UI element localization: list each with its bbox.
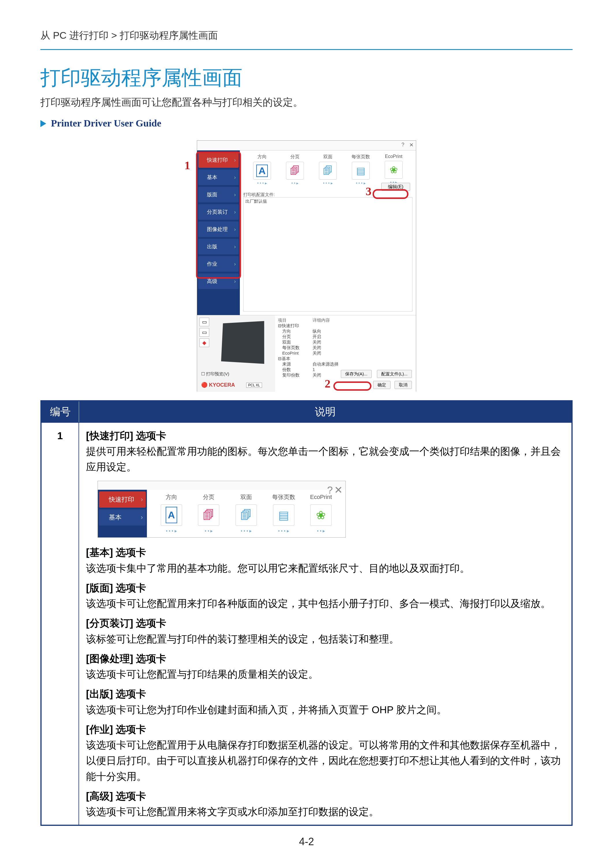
chevron-right-icon: › <box>234 226 236 232</box>
sidebar-item-advanced[interactable]: 高级› <box>198 273 239 289</box>
sidebar-item-layout[interactable]: 版面› <box>198 187 239 202</box>
tab-publishing-title: [出版] 选项卡 <box>86 688 146 699</box>
tab-finishing-body: 该标签可让您配置与打印件的装订整理相关的设定，包括装订和整理。 <box>86 631 565 647</box>
printer-image <box>221 321 264 364</box>
tab-job-body: 该选项卡可让您配置用于从电脑保存打印数据至机器的设定。可以将常用的文件和其他数据… <box>86 737 565 784</box>
icon-duplex[interactable]: 双面🗐• • • ▸ <box>317 154 339 185</box>
tab-finishing-title: [分页装订] 选项卡 <box>86 617 166 629</box>
button-row: ☐ 打印预览(V) 保存为(A)... 配置文件(L)... <box>197 369 416 379</box>
row-number: 1 <box>42 422 79 825</box>
page-title: 打印驱动程序属性画面 <box>40 64 573 91</box>
close-icon[interactable]: ✕ <box>334 482 342 498</box>
icon-orientation[interactable]: 方向A• • • ▸ <box>156 493 187 535</box>
divider <box>40 49 573 50</box>
sidebar-item-job[interactable]: 作业› <box>198 256 239 272</box>
tab-quickprint-body: 提供可用来轻松配置常用功能的图标。每次您单击一个图标，它就会变成一个类似打印结果… <box>86 443 565 475</box>
sidebar-item-finishing[interactable]: 分页装订› <box>198 204 239 220</box>
sidebar-item-publishing[interactable]: 出版› <box>198 239 239 254</box>
preview-page-icon[interactable]: ▭ <box>200 318 209 326</box>
tab-layout-title: [版面] 选项卡 <box>86 582 146 594</box>
chevron-right-icon: › <box>234 174 236 180</box>
tab-basic-body: 该选项卡集中了常用的基本功能。您可以用它来配置纸张尺寸、目的地以及双面打印。 <box>86 561 565 576</box>
tab-job-title: [作业] 选项卡 <box>86 724 146 735</box>
callout-2: 2 <box>325 377 330 391</box>
preview-checkbox[interactable]: ☐ 打印预览(V) <box>201 371 229 377</box>
screenshot-container: ? ✕ 快速打印› 基本› 版面› 分页装订› 图像处理› 出版› 作业› 高级… <box>40 140 573 392</box>
tab-publishing-body: 该选项卡可让您为打印作业创建封面和插入页，并将插入页置于 OHP 胶片之间。 <box>86 702 565 718</box>
config-label: 打印机配置文件: <box>243 192 275 197</box>
description-table: 编号 说明 1 [快速打印] 选项卡 提供可用来轻松配置常用功能的图标。每次您单… <box>40 400 573 826</box>
preview-page2-icon[interactable]: ▭ <box>200 328 209 337</box>
icon-duplex[interactable]: 双面🗐• • • ▸ <box>230 493 262 535</box>
th-number: 编号 <box>42 401 79 422</box>
icon-ecoprint[interactable]: EcoPrint❀• • ▸ <box>305 493 337 535</box>
profiles-button[interactable]: 配置文件(L)... <box>377 370 412 378</box>
tab-imaging-body: 该选项卡可让您配置与打印结果的质量相关的设定。 <box>86 666 565 682</box>
guide-link[interactable]: Printer Driver User Guide <box>51 118 161 129</box>
main-pane: 方向A• • • ▸ 分页🗐• • ▸ 双面🗐• • • ▸ 每张页数▤• • … <box>240 150 416 315</box>
icon-collate[interactable]: 分页🗐• • ▸ <box>193 493 224 535</box>
close-icon[interactable]: ✕ <box>409 142 413 148</box>
help-icon[interactable]: ? <box>401 142 404 148</box>
quickprint-inset-screenshot: ?✕ 快速打印› 基本› 方向A• • • ▸ 分页🗐• • ▸ 双面🗐• • … <box>98 481 346 538</box>
callout-1: 1 <box>184 158 190 172</box>
sidebar-item-quickprint[interactable]: 快速打印› <box>99 491 146 508</box>
sidebar-item-basic[interactable]: 基本› <box>198 169 239 185</box>
save-as-button[interactable]: 保存为(A)... <box>341 370 372 378</box>
window-titlebar: ? ✕ <box>197 141 416 150</box>
tab-advanced-title: [高级] 选项卡 <box>86 790 146 801</box>
breadcrumb: 从 PC 进行打印 > 打印驱动程序属性画面 <box>40 29 573 42</box>
brand-logo: 🔴 KYOCERA <box>201 382 235 388</box>
callout-3: 3 <box>366 184 372 198</box>
icon-collate[interactable]: 分页🗐• • ▸ <box>284 154 306 185</box>
sidebar-item-basic[interactable]: 基本› <box>99 509 146 525</box>
tab-advanced-body: 该选项卡可让您配置用来将文字页或水印添加至打印数据的设定。 <box>86 804 565 820</box>
icon-pagespersheet[interactable]: 每张页数▤• • • ▸ <box>268 493 300 535</box>
edit-button[interactable]: 编辑(E) <box>381 183 410 191</box>
preview-color-icon[interactable]: ◆ <box>200 338 209 347</box>
tab-basic-title: [基本] 选项卡 <box>86 547 146 558</box>
chevron-right-icon: › <box>234 278 236 284</box>
brand-row: 🔴 KYOCERA 确定 取消 <box>197 380 416 390</box>
sidebar-item-quickprint[interactable]: 快速打印› <box>198 152 239 168</box>
tab-layout-body: 该选项卡可让您配置用来打印各种版面的设定，其中包括小册子打印、多合一模式、海报打… <box>86 596 565 611</box>
row-desc: [快速打印] 选项卡 提供可用来轻松配置常用功能的图标。每次您单击一个图标，它就… <box>79 422 571 825</box>
icon-pagespersheet[interactable]: 每张页数▤• • • ▸ <box>350 154 372 185</box>
config-area[interactable]: 出厂默认值 <box>243 197 412 312</box>
quick-icon-row: 方向A• • • ▸ 分页🗐• • ▸ 双面🗐• • • ▸ 每张页数▤• • … <box>246 154 410 185</box>
cancel-button[interactable]: 取消 <box>395 381 412 389</box>
arrow-right-icon <box>40 120 46 127</box>
ok-button[interactable]: 确定 <box>373 381 390 389</box>
help-icon[interactable]: ? <box>327 482 333 498</box>
guide-link-row: Printer Driver User Guide <box>40 118 573 129</box>
chevron-right-icon: › <box>234 157 236 163</box>
driver-screenshot: ? ✕ 快速打印› 基本› 版面› 分页装订› 图像处理› 出版› 作业› 高级… <box>197 140 416 392</box>
tab-quickprint-title: [快速打印] 选项卡 <box>86 430 166 441</box>
tab-imaging-title: [图像处理] 选项卡 <box>86 653 166 664</box>
chevron-right-icon: › <box>234 209 236 215</box>
sidebar: 快速打印› 基本› 版面› 分页装订› 图像处理› 出版› 作业› 高级› <box>197 150 240 315</box>
chevron-right-icon: › <box>234 192 236 198</box>
th-desc: 说明 <box>79 401 571 422</box>
page-number: 4-2 <box>0 835 613 848</box>
chevron-right-icon: › <box>234 244 236 250</box>
icon-orientation[interactable]: 方向A• • • ▸ <box>251 154 273 185</box>
icon-ecoprint[interactable]: EcoPrint❀• • ▸ <box>382 154 405 185</box>
subtitle: 打印驱动程序属性画面可让您配置各种与打印相关的设定。 <box>40 96 573 109</box>
sidebar-item-imaging[interactable]: 图像处理› <box>198 222 239 237</box>
chevron-right-icon: › <box>234 261 236 267</box>
